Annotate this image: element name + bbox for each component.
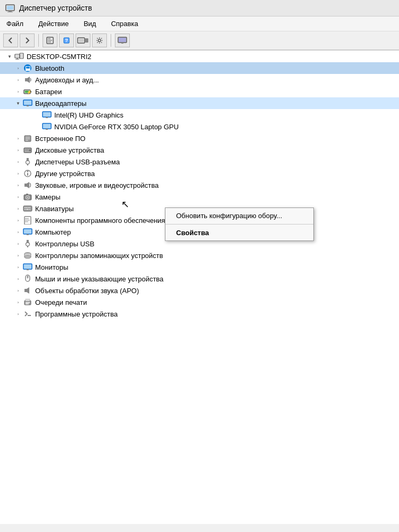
other-expander[interactable]: › [14, 169, 22, 178]
root-icon [14, 52, 24, 61]
tree-item-program[interactable]: › Программные устройства [0, 308, 399, 320]
software-icon [22, 215, 33, 225]
program-expander[interactable]: › [14, 310, 22, 318]
svg-rect-32 [24, 101, 31, 105]
context-menu-item-properties[interactable]: Свойства [165, 226, 313, 239]
sound-icon [22, 180, 33, 190]
forward-button[interactable] [20, 34, 35, 47]
usb-ctrl-icon [22, 157, 33, 167]
camera-icon [22, 192, 33, 202]
content-area[interactable]: ▼ DESKTOP-C5MTRI2 › ⬓ Bluetooth › [0, 51, 399, 524]
intel-expander[interactable] [33, 111, 41, 119]
menu-help[interactable]: Справка [109, 19, 140, 29]
usb-icon [22, 239, 33, 248]
svg-rect-18 [15, 55, 19, 57]
update-button[interactable]: ? [59, 34, 74, 47]
back-button[interactable] [3, 34, 18, 47]
tree-item-audio[interactable]: › Аудиовходы и ауд... [0, 74, 399, 86]
svg-rect-91 [26, 299, 30, 301]
svg-rect-43 [26, 140, 28, 141]
storage-label: Контроллеры запоминающих устройств [35, 252, 163, 260]
menu-action[interactable]: Действие [36, 19, 71, 29]
menu-view[interactable]: Вид [81, 19, 98, 29]
bluetooth-expander[interactable]: › [14, 64, 22, 72]
scan-button[interactable] [76, 34, 90, 47]
audio2-expander[interactable]: › [14, 286, 22, 295]
svg-rect-89 [26, 302, 30, 303]
context-menu-item-update[interactable]: Обновить конфигурацию обору... [165, 209, 313, 222]
tree-item-monitors[interactable]: › Мониторы [0, 261, 399, 273]
svg-point-58 [27, 197, 29, 198]
tree-item-battery[interactable]: › ⚡ Батареи [0, 86, 399, 97]
tree-item-display[interactable]: ▼ Видеоадаптеры [0, 97, 399, 109]
nvidia-icon [41, 122, 52, 131]
tree-item-storage[interactable]: › Контроллеры запоминающих устройств [0, 250, 399, 261]
svg-point-46 [29, 149, 31, 152]
tree-item-other[interactable]: › Другие устройства [0, 168, 399, 179]
svg-rect-60 [23, 206, 32, 211]
svg-text:⬓: ⬓ [25, 65, 30, 71]
tree-item-audio2[interactable]: › Объекты обработки звука (APO) [0, 285, 399, 296]
keyboard-expander[interactable]: › [14, 204, 22, 213]
svg-rect-71 [25, 221, 28, 222]
battery-expander[interactable]: › [14, 87, 22, 96]
title-bar: Диспетчер устройств [0, 0, 399, 16]
svg-rect-5 [48, 38, 51, 39]
nvidia-expander[interactable] [33, 122, 41, 131]
svg-rect-69 [25, 218, 29, 219]
menu-file[interactable]: Файл [4, 19, 26, 29]
tree-item-firmware[interactable]: › Встроенное ПО [0, 132, 399, 144]
print-expander[interactable]: › [14, 298, 22, 306]
sound-label: Звуковые, игровые и видеоустройства [35, 181, 159, 189]
tree-item-bluetooth[interactable]: › ⬓ Bluetooth [0, 62, 399, 74]
tree-item-sound[interactable]: › Звуковые, игровые и видеоустройства [0, 179, 399, 191]
monitors-expander[interactable]: › [14, 263, 22, 271]
computer-expander[interactable]: › [14, 228, 22, 236]
tree-item-disk[interactable]: › Дисковые устройства [0, 144, 399, 156]
svg-rect-53 [27, 173, 28, 176]
software-label: Компоненты программного обеспечения [35, 217, 165, 225]
svg-rect-25 [25, 78, 27, 81]
mice-expander[interactable]: › [14, 275, 22, 283]
keyboard-label: Клавиатуры [35, 205, 74, 213]
tree-item-usb-controllers[interactable]: › Диспетчеры USB-разъема [0, 156, 399, 168]
svg-rect-11 [79, 39, 84, 42]
svg-rect-77 [27, 246, 28, 247]
display-expander[interactable]: ▼ [14, 99, 22, 107]
computer-icon [22, 227, 33, 237]
tree-item-intel[interactable]: Intel(R) UHD Graphics [0, 109, 399, 121]
software-expander[interactable]: › [14, 216, 22, 225]
usb-expander[interactable]: › [14, 239, 22, 248]
root-label: DESKTOP-C5MTRI2 [27, 53, 92, 61]
storage-expander[interactable]: › [14, 251, 22, 260]
firmware-expander[interactable]: › [14, 134, 22, 143]
camera-expander[interactable]: › [14, 193, 22, 201]
audio-expander[interactable]: › [14, 76, 22, 84]
svg-rect-35 [43, 112, 51, 117]
computer-label: Компьютер [35, 228, 71, 236]
root-expander[interactable]: ▼ [5, 52, 14, 61]
svg-rect-41 [26, 137, 30, 138]
tree-item-print[interactable]: › Очереди печати [0, 296, 399, 308]
svg-point-13 [98, 39, 101, 42]
sound-expander[interactable]: › [14, 181, 22, 189]
tree-item-nvidia[interactable]: NVIDIA GeForce RTX 3050 Laptop GPU [0, 121, 399, 132]
keyboard-icon [22, 204, 33, 213]
svg-rect-81 [24, 264, 31, 269]
gear-button[interactable] [92, 34, 107, 47]
audio2-icon [22, 286, 33, 295]
properties-button[interactable] [43, 34, 57, 47]
tree-root[interactable]: ▼ DESKTOP-C5MTRI2 [0, 51, 399, 62]
firmware-icon [22, 134, 33, 143]
context-menu-sep [165, 224, 313, 225]
svg-rect-20 [20, 54, 23, 58]
disk-icon [22, 145, 33, 155]
disk-expander[interactable]: › [14, 146, 22, 154]
svg-text:⚡: ⚡ [27, 89, 32, 95]
monitor-button[interactable] [115, 34, 130, 47]
svg-rect-33 [27, 105, 29, 106]
usb-ctrl-expander[interactable]: › [14, 157, 22, 166]
app-icon [5, 3, 15, 13]
tree-item-mice[interactable]: › Мыши и иные указывающие устройства [0, 273, 399, 285]
tree-item-camera[interactable]: › Камеры [0, 191, 399, 203]
